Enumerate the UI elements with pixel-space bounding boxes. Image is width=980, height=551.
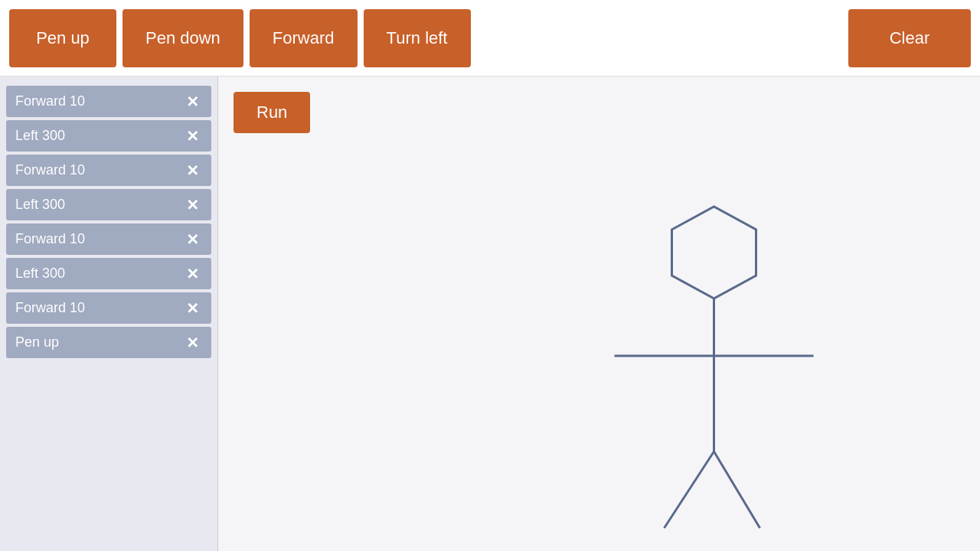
command-label: Left 300 — [15, 197, 65, 213]
canvas-area: Run — [218, 77, 980, 551]
delete-command-button[interactable]: ✕ — [183, 94, 202, 109]
turn-left-button[interactable]: Turn left — [364, 9, 471, 67]
toolbar: Pen up Pen down Forward Turn left Clear — [0, 0, 980, 77]
run-button[interactable]: Run — [234, 92, 310, 133]
stick-figure-head — [672, 207, 756, 298]
delete-command-button[interactable]: ✕ — [183, 129, 202, 144]
stick-figure-right-leg — [714, 452, 760, 528]
list-item: Forward 10 ✕ — [6, 155, 211, 186]
delete-command-button[interactable]: ✕ — [183, 232, 202, 247]
list-item: Left 300 ✕ — [6, 258, 211, 289]
main-area: Forward 10 ✕ Left 300 ✕ Forward 10 ✕ Lef… — [0, 77, 980, 551]
list-item: Left 300 ✕ — [6, 120, 211, 152]
list-item: Forward 10 ✕ — [6, 86, 211, 117]
forward-button[interactable]: Forward — [250, 9, 358, 67]
pen-down-button[interactable]: Pen down — [122, 9, 243, 67]
stick-figure-left-leg — [665, 452, 714, 528]
list-item: Forward 10 ✕ — [6, 292, 211, 324]
list-item: Left 300 ✕ — [6, 189, 211, 220]
delete-command-button[interactable]: ✕ — [183, 197, 202, 213]
command-label: Left 300 — [15, 266, 65, 282]
delete-command-button[interactable]: ✕ — [183, 335, 202, 350]
clear-button[interactable]: Clear — [848, 9, 971, 67]
command-label: Forward 10 — [15, 300, 85, 316]
list-item: Pen up ✕ — [6, 327, 211, 358]
command-label: Forward 10 — [15, 162, 85, 178]
command-label: Pen up — [15, 334, 59, 350]
list-item: Forward 10 ✕ — [6, 223, 211, 255]
command-label: Forward 10 — [15, 231, 85, 247]
drawing-canvas — [218, 130, 980, 551]
delete-command-button[interactable]: ✕ — [183, 301, 202, 316]
delete-command-button[interactable]: ✕ — [183, 163, 202, 178]
command-label: Forward 10 — [15, 93, 85, 109]
pen-up-button[interactable]: Pen up — [9, 9, 116, 67]
delete-command-button[interactable]: ✕ — [183, 266, 202, 282]
command-panel: Forward 10 ✕ Left 300 ✕ Forward 10 ✕ Lef… — [0, 77, 218, 551]
command-label: Left 300 — [15, 128, 65, 144]
